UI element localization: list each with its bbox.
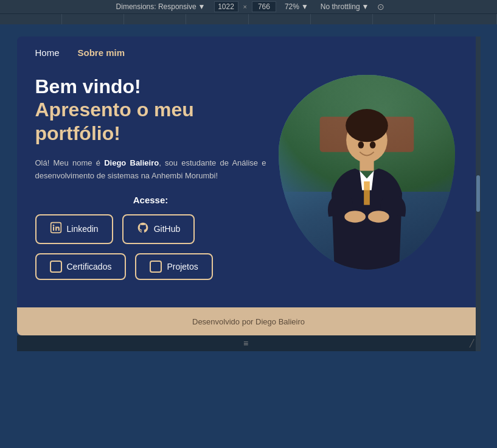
svg-point-9 [367,211,389,222]
ruler-segment [311,14,373,24]
certificados-button[interactable]: Certificados [35,253,127,280]
ruler-segment [186,14,248,24]
nav-home[interactable]: Home [35,47,60,58]
wifi-icon[interactable]: ⊙ [377,2,384,12]
resize-handle[interactable]: ╱ [470,339,474,348]
ruler-segment [435,14,497,24]
height-input[interactable] [252,1,276,12]
footer-text: Desenvolvido por Diego Balieiro [192,317,305,326]
projetos-icon [150,261,162,273]
github-label: GitHub [154,224,181,234]
nav-about[interactable]: Sobre mim [78,47,125,58]
linkedin-icon [50,222,62,237]
ruler-segment [62,14,124,24]
main-area: Home Sobre mim Bem vindo! Apresento o me… [0,24,497,448]
certificados-label: Certificados [67,262,112,271]
ruler-segment [249,14,311,24]
ruler-segment [373,14,435,24]
zoom-dropdown-arrow: ▼ [301,2,308,11]
scrollbar[interactable] [476,37,481,351]
svg-rect-1 [53,226,54,231]
linkedin-button[interactable]: Linkedin [35,214,113,244]
hero-section: Bem vindo! Apresento o meu portfólio! Ol… [17,69,481,307]
ruler-segment [124,14,186,24]
svg-point-5 [346,109,388,142]
svg-point-10 [358,141,364,149]
viewport-wrapper: Home Sobre mim Bem vindo! Apresento o me… [17,37,481,351]
hero-description: Olá! Meu nome é Diego Balieiro, sou estu… [35,157,266,183]
projetos-button[interactable]: Projetos [135,253,212,280]
ruler-segment [0,14,62,24]
certificados-icon [50,261,62,273]
scrollbar-thumb[interactable] [476,175,480,212]
throttling-dropdown-arrow: ▼ [362,2,369,11]
zoom-selector[interactable]: 72% ▼ [281,2,312,11]
hero-photo [279,75,455,270]
throttling-label: No throttling [321,2,360,11]
hero-text-block: Bem vindo! Apresento o meu portfólio! Ol… [35,75,266,289]
svg-point-2 [52,225,54,226]
portfolio-page: Home Sobre mim Bem vindo! Apresento o me… [17,37,481,335]
extra-buttons-row: Certificados Projetos [35,253,266,280]
person-silhouette [306,93,428,270]
responsive-dropdown-arrow: ▼ [198,2,206,11]
footer: Desenvolvido por Diego Balieiro [17,307,481,335]
zoom-label: 72% [285,2,299,11]
social-buttons-row: Linkedin GitHub [35,214,266,244]
drag-handle[interactable]: ≡ [243,338,249,348]
access-label: Acesse: [35,195,266,205]
bottom-bar: ≡ ╱ [17,335,481,351]
navigation: Home Sobre mim [17,37,481,69]
svg-point-11 [369,141,375,149]
ruler [0,13,497,24]
projetos-label: Projetos [167,262,198,271]
linkedin-label: Linkedin [67,224,99,234]
github-icon [137,222,149,237]
responsive-label: Dimensions: Responsive [116,2,196,11]
hero-name: Diego Balieiro [104,158,159,167]
width-input[interactable] [214,1,238,12]
responsive-selector[interactable]: Dimensions: Responsive ▼ [113,2,209,11]
dimension-separator: × [243,3,247,10]
svg-rect-7 [364,181,370,205]
devtools-toolbar: Dimensions: Responsive ▼ × 72% ▼ No thro… [0,0,497,13]
photo-placeholder [279,75,455,270]
svg-point-8 [344,211,366,222]
svg-rect-6 [360,159,374,170]
github-button[interactable]: GitHub [122,214,195,244]
throttling-selector[interactable]: No throttling ▼ [317,2,373,11]
hero-title-white: Bem vindo! [35,75,266,98]
hero-title-orange: Apresento o meu portfólio! [35,98,266,145]
